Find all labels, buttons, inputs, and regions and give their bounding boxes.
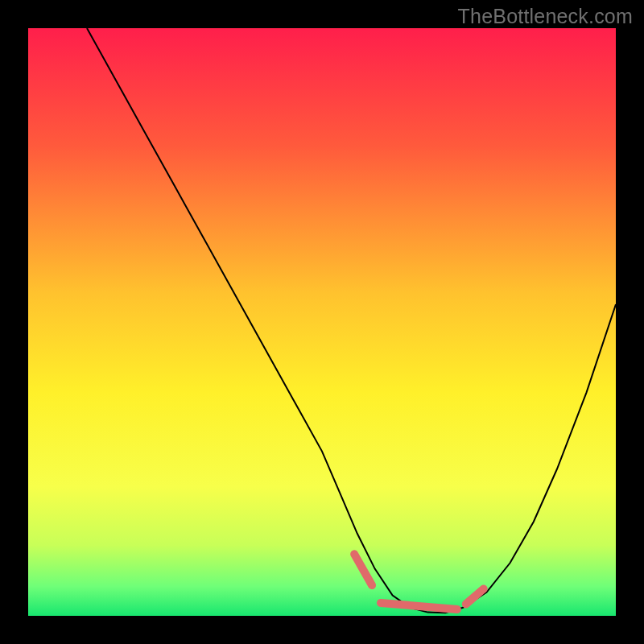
chart-svg [28, 28, 616, 616]
chart-area [28, 28, 616, 616]
chart-background [28, 28, 616, 616]
app-frame: TheBottleneck.com [0, 0, 644, 644]
watermark-text: TheBottleneck.com [458, 5, 633, 28]
